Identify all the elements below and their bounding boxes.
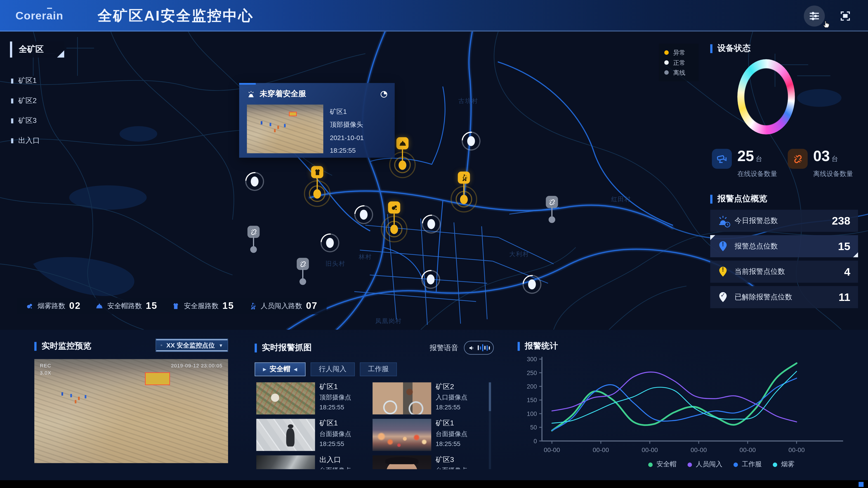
tab-pedestrian-intrusion[interactable]: 行人闯入 [310,362,355,376]
stat-vest-channels: 安全服路数 15 [172,300,234,312]
row-resolved-alarm-points[interactable]: ✓ 已解除报警点位数 11 [710,286,858,308]
stat-value: 07 [306,300,318,312]
capture-thumbnail [256,382,315,414]
capture-scrollbar[interactable] [489,382,491,469]
monitor-panel-title: 实时监控预览 [41,341,91,352]
marker-stick [402,149,403,160]
clock-quarter-icon[interactable] [380,90,388,98]
capture-item[interactable]: 矿区1台面摄像点18:25:55 [373,419,489,451]
speaker-icon [468,344,475,351]
row-today-alarm-total[interactable]: 今日报警总数 238 [710,210,858,232]
map-marker-normal[interactable] [360,210,368,220]
stat-helmet-channels: 安全帽路数 15 [95,300,157,312]
area-selected-label: 全矿区 [19,44,43,55]
marker-dot [460,195,468,204]
capture-item[interactable]: 矿区1台面摄像点18:25:55 [256,419,373,451]
right-panel: 设备状态 25台 在线设备数量 03台 离线设备数量 报警点位概览 [708,32,868,330]
stat-value: 02 [69,300,81,312]
scrollbar-thumb[interactable] [489,382,491,411]
map-marker-normal[interactable] [428,219,435,229]
marker-stick [394,214,395,225]
detection-box [289,112,297,116]
legend-label: 正常 [673,58,685,67]
unit-label: 台 [831,155,838,163]
legend-label: 安全帽 [656,460,676,469]
cctv-camera-icon [160,341,162,349]
marker-dot [300,278,306,285]
mouse-cursor-hand [822,19,831,29]
map-place-label: 古坑村 [458,97,478,105]
map-place-label: 大利村 [509,250,529,258]
stat-value: 15 [222,300,234,312]
bullet-icon [11,118,13,123]
smoke-icon [26,302,34,310]
sidebar-item-entrance[interactable]: 出入口 [11,135,40,145]
bullet-icon [11,98,13,103]
marker-stick [463,184,465,195]
legend-label: 离线 [673,68,685,76]
map-place-label: 凤凰岗村 [375,317,402,325]
stat-label: 安全服路数 [184,301,219,311]
sidebar-item-mine2[interactable]: 矿区2 [11,96,37,106]
map-marker-normal[interactable] [251,176,258,186]
normal-dot-icon [664,60,669,65]
pin-alert-yellow-icon: ! [717,266,729,278]
capture-item[interactable]: 矿区2入口摄像点18:25:55 [373,382,489,414]
sidebar-item-label: 矿区3 [18,116,37,126]
alarm-voice-toggle[interactable] [464,341,494,355]
capture-thumbnail [373,455,431,469]
legend-label: 工作服 [742,460,762,469]
capture-thumbnail [373,419,431,451]
tab-arrow-icon: ▶ [263,367,266,372]
siren-icon [247,90,255,98]
map-channel-stats-bar: 烟雾路数 02 安全帽路数 15 安全服路数 15 人员闯入路数 07 [17,298,327,314]
online-device-count: 25台 在线设备数量 [712,149,788,179]
map-marker-normal[interactable] [528,280,536,289]
online-count-value: 25 [737,148,754,164]
link-broken-icon [297,258,309,270]
tab-workwear[interactable]: 工作服 [360,362,397,376]
monitor-point-dropdown[interactable]: XX 安全监控点位 ▼ [156,339,228,352]
alarm-snapshot-image[interactable] [247,105,323,153]
stat-label: 人员闯入路数 [260,301,302,311]
row-total-alarm-points[interactable]: ! 报警总点位数 15 [710,235,858,257]
row-current-alarm-points[interactable]: ! 当前报警点位数 4 [710,260,858,283]
sidebar-item-mine1[interactable]: 矿区1 [11,76,37,86]
alarm-trend-chart: 05010015020025030000-0000-0000-0000-0000… [518,354,850,459]
page-title: 全矿区AI安全监控中心 [98,6,254,26]
vest-icon [172,302,180,310]
marker-stick [302,269,303,278]
live-video-player[interactable]: REC 3.0X 2019-09-12 23:00:05 [34,359,228,463]
workers-dots [61,392,63,396]
stat-label: 安全帽路数 [107,301,142,311]
capture-panel-title: 实时报警抓图 [262,343,311,353]
fullscreen-button[interactable] [835,5,856,26]
map-marker-normal[interactable] [427,274,434,285]
alarm-time: 2021-10-01 18:25:55 [330,131,388,158]
alarm-popup-card[interactable]: 未穿着安全服 矿区1 顶部摄像头 2021-10-01 18:25:55 [239,83,395,158]
svg-text:50: 50 [530,424,537,431]
alarm-camera: 顶部摄像头 [330,119,388,131]
map-marker-normal[interactable] [467,136,475,146]
capture-item[interactable]: 矿区3台面摄像点 [373,455,489,469]
map-status-legend: 异常 正常 离线 [659,43,699,81]
capture-thumbnail [256,455,315,469]
abnormal-dot-icon [664,51,669,55]
marker-dot [391,225,398,234]
sidebar-item-mine3[interactable]: 矿区3 [11,116,37,126]
fullscreen-icon [839,10,851,22]
capture-item[interactable]: 出入口台面摄像点 [256,455,373,469]
area-dropdown-selected[interactable]: 全矿区 [10,41,64,58]
map-place-label: 林村 [359,253,372,261]
scroll-corner-handle[interactable] [859,482,864,487]
map-marker-normal[interactable] [326,238,334,248]
helmet-icon [95,302,103,310]
tab-helmet[interactable]: ▶安全帽◀ [255,362,306,376]
alarm-capture-panel: 实时报警抓图 报警语音 ▶安全帽◀ 行人闯入 工作服 矿区1顶部摄像点18:25… [255,341,494,469]
svg-text:00-00: 00-00 [544,447,560,453]
person-icon [458,171,470,184]
capture-thumbnail [373,382,431,414]
ring [737,59,795,134]
capture-item[interactable]: 矿区1顶部摄像点18:25:55 [256,382,373,414]
map-place-label: 旧头村 [326,260,345,268]
